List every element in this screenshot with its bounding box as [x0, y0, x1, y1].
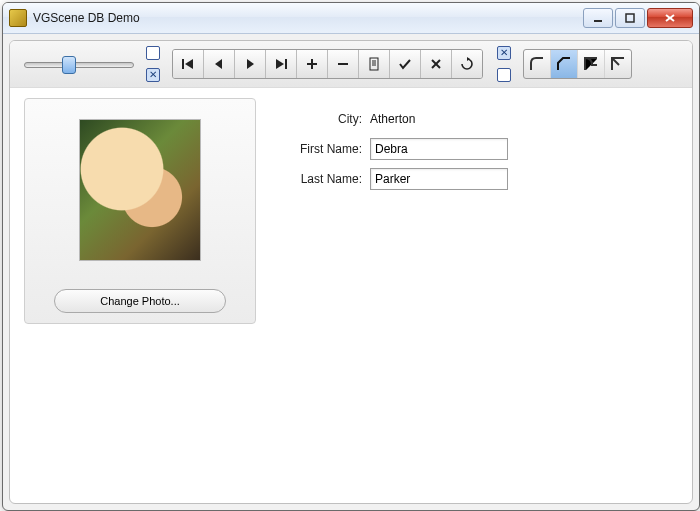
- option-check-top-left[interactable]: [146, 46, 160, 60]
- change-photo-label: Change Photo...: [100, 295, 180, 307]
- nav-first-button[interactable]: [173, 50, 204, 78]
- nav-post-button[interactable]: [390, 50, 421, 78]
- option-check-bottom-left[interactable]: [146, 68, 160, 82]
- corner-style-1[interactable]: [524, 50, 551, 78]
- minimize-button[interactable]: [583, 8, 613, 28]
- prev-icon: [213, 58, 225, 70]
- slider-track: [24, 62, 134, 68]
- svg-marker-6: [215, 59, 222, 69]
- maximize-icon: [625, 13, 635, 23]
- nav-next-button[interactable]: [235, 50, 266, 78]
- document-icon: [368, 57, 380, 71]
- svg-line-3: [666, 15, 674, 21]
- corner-style-selector: [523, 49, 632, 79]
- nav-prev-button[interactable]: [204, 50, 235, 78]
- corner-bevel-icon: [555, 55, 573, 73]
- nav-delete-button[interactable]: [328, 50, 359, 78]
- photo-card: Change Photo...: [24, 98, 256, 324]
- city-value: Atherton: [370, 112, 415, 126]
- option-check-bottom-right[interactable]: [497, 68, 511, 82]
- row-city: City: Atherton: [282, 104, 508, 134]
- last-icon: [274, 58, 288, 70]
- svg-rect-1: [626, 14, 634, 22]
- svg-line-17: [432, 60, 440, 68]
- change-photo-button[interactable]: Change Photo...: [54, 289, 226, 313]
- app-window: VGScene DB Demo: [2, 2, 700, 511]
- close-icon: [664, 13, 676, 23]
- corner-style-4[interactable]: [605, 50, 631, 78]
- window-title: VGScene DB Demo: [33, 11, 583, 25]
- corner-inner-line-icon: [609, 55, 627, 73]
- checkbox-col-left: [146, 46, 160, 82]
- nav-cancel-button[interactable]: [421, 50, 452, 78]
- svg-marker-19: [467, 57, 470, 61]
- corner-inner-round-icon: [582, 55, 600, 73]
- maximize-button[interactable]: [615, 8, 645, 28]
- svg-line-2: [666, 15, 674, 21]
- app-icon: [9, 9, 27, 27]
- row-first-name: First Name:: [282, 134, 508, 164]
- svg-marker-7: [247, 59, 254, 69]
- minimize-icon: [593, 13, 603, 23]
- toolbar: [10, 41, 692, 88]
- position-slider[interactable]: [24, 54, 134, 74]
- svg-rect-9: [285, 59, 287, 69]
- last-name-input[interactable]: [370, 168, 508, 190]
- contact-photo: [79, 119, 201, 261]
- corner-style-3[interactable]: [578, 50, 605, 78]
- first-name-label: First Name:: [282, 142, 362, 156]
- last-name-label: Last Name:: [282, 172, 362, 186]
- checkbox-col-right: [497, 46, 511, 82]
- fields-area: City: Atherton First Name: Last Name:: [282, 98, 508, 194]
- svg-marker-5: [185, 59, 193, 69]
- nav-refresh-button[interactable]: [452, 50, 482, 78]
- svg-marker-8: [276, 59, 284, 69]
- db-navigator: [172, 49, 483, 79]
- row-last-name: Last Name:: [282, 164, 508, 194]
- svg-rect-13: [370, 58, 378, 70]
- svg-rect-4: [182, 59, 184, 69]
- city-label: City:: [282, 112, 362, 126]
- option-check-top-right[interactable]: [497, 46, 511, 60]
- nav-edit-button[interactable]: [359, 50, 390, 78]
- check-icon: [398, 58, 412, 70]
- x-icon: [430, 58, 442, 70]
- corner-round-icon: [528, 55, 546, 73]
- next-icon: [244, 58, 256, 70]
- svg-line-18: [432, 60, 440, 68]
- close-button[interactable]: [647, 8, 693, 28]
- nav-insert-button[interactable]: [297, 50, 328, 78]
- first-icon: [181, 58, 195, 70]
- refresh-icon: [460, 57, 474, 71]
- window-buttons: [583, 8, 693, 28]
- content-area: Change Photo... City: Atherton First Nam…: [10, 88, 692, 503]
- main-panel: Change Photo... City: Atherton First Nam…: [9, 40, 693, 504]
- first-name-input[interactable]: [370, 138, 508, 160]
- nav-last-button[interactable]: [266, 50, 297, 78]
- minus-icon: [337, 58, 349, 70]
- corner-style-2[interactable]: [551, 50, 578, 78]
- client-area: Change Photo... City: Atherton First Nam…: [3, 34, 699, 510]
- title-bar[interactable]: VGScene DB Demo: [3, 3, 699, 34]
- slider-thumb[interactable]: [62, 56, 76, 74]
- plus-icon: [306, 58, 318, 70]
